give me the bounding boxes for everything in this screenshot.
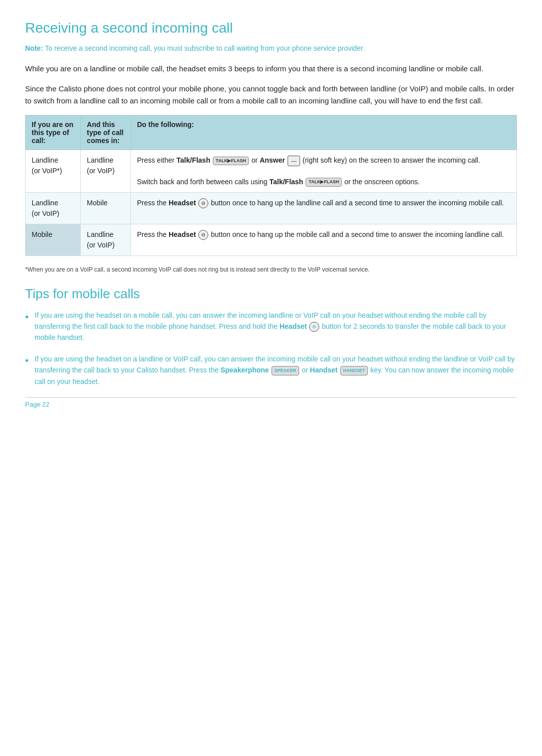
table-row: Mobile Landline(or VoIP) Press the Heads… xyxy=(26,224,517,256)
table-cell-r2c3: Press the Headset ⊖ button once to hang … xyxy=(130,192,516,224)
talk-flash-button-2: TALK▶FLASH xyxy=(306,178,342,187)
handset-button: HANDSET xyxy=(340,366,368,375)
table-cell-r3c3: Press the Headset ⊖ button once to hang … xyxy=(130,224,516,256)
body-text-1: While you are on a landline or mobile ca… xyxy=(25,63,517,75)
tips-title: Tips for mobile calls xyxy=(25,286,517,302)
table-header-col3: Do the following: xyxy=(130,115,516,150)
list-item: If you are using the headset on a landli… xyxy=(25,353,517,387)
note-label: Note: xyxy=(25,44,43,52)
page-footer: Page 22 xyxy=(25,397,517,408)
body-text-2: Since the Calisto phone does not control… xyxy=(25,83,517,107)
table-cell-r1c2: Landline(or VoIP) xyxy=(81,150,131,193)
tip-text-2: If you are using the headset on a landli… xyxy=(35,353,517,387)
tip-text-1: If you are using the headset on a mobile… xyxy=(35,310,517,343)
table-row: Landline(or VoIP) Mobile Press the Heads… xyxy=(26,192,517,224)
table-cell-r3c2: Landline(or VoIP) xyxy=(81,224,131,256)
note-block: Note: To receive a second incoming call,… xyxy=(25,43,517,54)
call-table: If you are onthis type ofcall: And thist… xyxy=(25,115,517,256)
table-cell-r2c2: Mobile xyxy=(81,192,131,224)
talk-flash-button-1: TALK▶FLASH xyxy=(213,157,249,166)
table-cell-r1c1: Landline(or VoIP*) xyxy=(26,150,81,193)
headset-icon-r3: ⊖ xyxy=(198,230,208,240)
table-header-col1: If you are onthis type ofcall: xyxy=(26,115,81,150)
tips-list: If you are using the headset on a mobile… xyxy=(25,310,517,387)
headset-icon-tip1: ⊖ xyxy=(309,322,319,332)
headset-icon-r2: ⊖ xyxy=(198,198,208,208)
page-number: Page 22 xyxy=(25,401,49,408)
answer-button: — xyxy=(288,156,300,166)
table-row: Landline(or VoIP*) Landline(or VoIP) Pre… xyxy=(26,150,517,193)
table-header-col2: And thistype of callcomes in: xyxy=(81,115,131,150)
list-item: If you are using the headset on a mobile… xyxy=(25,310,517,343)
note-text: To receive a second incoming call, you m… xyxy=(45,44,364,52)
table-cell-r2c1: Landline(or VoIP) xyxy=(26,192,81,224)
page-title: Receiving a second incoming call xyxy=(25,20,517,36)
speakerphone-button: SPEAKER xyxy=(272,366,300,375)
footnote: *When you are on a VoIP call, a second i… xyxy=(25,265,517,274)
table-cell-r3c1: Mobile xyxy=(26,224,81,256)
table-cell-r1c3: Press either Talk/Flash TALK▶FLASH or An… xyxy=(130,150,516,193)
